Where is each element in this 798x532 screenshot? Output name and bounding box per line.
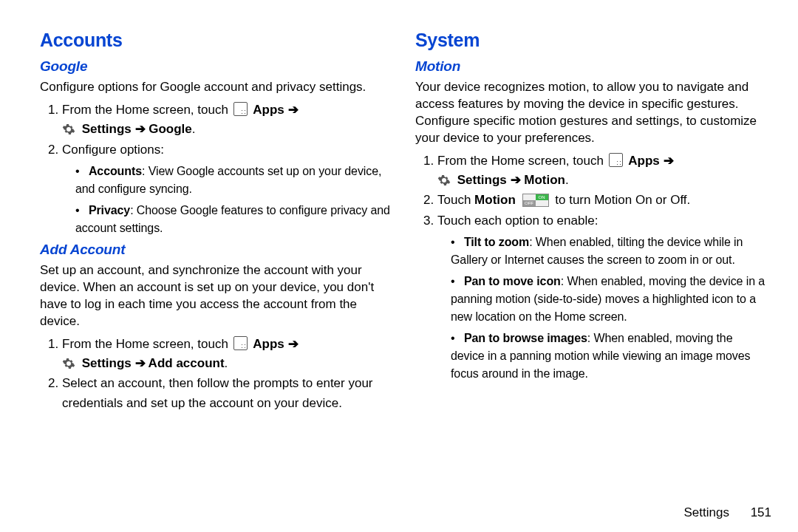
heading-system: System xyxy=(415,30,767,51)
add-account-step-2: Select an account, then follow the promp… xyxy=(62,374,392,413)
google-option-accounts: Accounts: View Google accounts set up on… xyxy=(75,163,392,198)
google-steps: From the Home screen, touch Apps ➔ Setti… xyxy=(40,100,392,237)
footer-section: Settings xyxy=(683,505,729,519)
subheading-google: Google xyxy=(40,58,392,75)
option-label: Privacy xyxy=(89,204,130,216)
motion-option-pan-icon: Pan to move icon: When enabled, moving t… xyxy=(451,273,767,326)
motion-option-pan-images: Pan to browse images: When enabled, movi… xyxy=(451,330,767,383)
step-text: Touch xyxy=(437,193,474,207)
google-step-2: Configure options: Accounts: View Google… xyxy=(62,140,392,237)
step-text: From the Home screen, touch xyxy=(62,337,232,351)
right-column: System Motion Your device recognizes mot… xyxy=(403,30,767,514)
motion-steps: From the Home screen, touch Apps ➔ Setti… xyxy=(415,151,767,383)
arrow-glyph: ➔ xyxy=(660,154,674,168)
step-text: to turn Motion On or Off. xyxy=(555,193,690,207)
option-label: Pan to move icon xyxy=(464,275,561,287)
motion-step-1: From the Home screen, touch Apps ➔ Setti… xyxy=(437,151,767,191)
motion-step-3: Touch each option to enable: Tilt to zoo… xyxy=(437,211,767,383)
apps-label: Apps xyxy=(253,103,284,117)
step-text: From the Home screen, touch xyxy=(62,103,232,117)
arrow-glyph: ➔ xyxy=(284,337,299,351)
option-label: Tilt to zoom xyxy=(464,236,529,248)
subheading-motion: Motion xyxy=(415,58,767,75)
add-account-steps: From the Home screen, touch Apps ➔ Setti… xyxy=(40,335,392,413)
left-column: Accounts Google Configure options for Go… xyxy=(40,30,403,514)
toggle-on-off-icon: ONOFF xyxy=(522,194,549,207)
step-text: Configure options: xyxy=(62,143,164,157)
option-label: Pan to browse images xyxy=(464,332,587,344)
google-lead: Configure options for Google account and… xyxy=(40,79,392,96)
add-account-lead: Set up an account, and synchronize the a… xyxy=(40,262,392,330)
settings-icon xyxy=(62,123,75,136)
heading-accounts: Accounts xyxy=(40,30,392,51)
subheading-add-account: Add Account xyxy=(40,242,392,258)
footer-page-number: 151 xyxy=(751,505,771,519)
google-option-privacy: Privacy: Choose Google features to confi… xyxy=(75,202,392,237)
motion-lead: Your device recognizes motion, to allow … xyxy=(415,79,767,147)
add-account-step-1: From the Home screen, touch Apps ➔ Setti… xyxy=(62,335,392,374)
motion-option-tilt: Tilt to zoom: When enabled, tilting the … xyxy=(451,233,767,269)
motion-label: Motion xyxy=(474,193,516,207)
settings-icon xyxy=(62,357,75,370)
step-text: Select an account, then follow the promp… xyxy=(62,376,373,409)
settings-path: Settings ➔ Motion xyxy=(457,173,565,187)
apps-label: Apps xyxy=(628,154,660,168)
apps-icon xyxy=(233,336,248,350)
motion-step-2: Touch Motion ONOFF to turn Motion On or … xyxy=(437,191,767,210)
arrow-glyph: ➔ xyxy=(284,103,299,117)
google-options: Accounts: View Google accounts set up on… xyxy=(62,163,392,237)
motion-options: Tilt to zoom: When enabled, tilting the … xyxy=(437,233,767,383)
apps-icon xyxy=(609,153,623,167)
step-text: Touch each option to enable: xyxy=(437,214,598,228)
settings-icon xyxy=(437,174,451,187)
settings-path: Settings ➔ Add account xyxy=(82,356,225,370)
option-label: Accounts xyxy=(89,165,142,177)
step-text: From the Home screen, touch xyxy=(437,154,607,168)
apps-icon xyxy=(233,102,248,116)
google-step-1: From the Home screen, touch Apps ➔ Setti… xyxy=(62,100,392,140)
page-footer: Settings 151 xyxy=(683,505,771,520)
apps-label: Apps xyxy=(253,337,284,351)
settings-path: Settings ➔ Google xyxy=(82,122,192,136)
